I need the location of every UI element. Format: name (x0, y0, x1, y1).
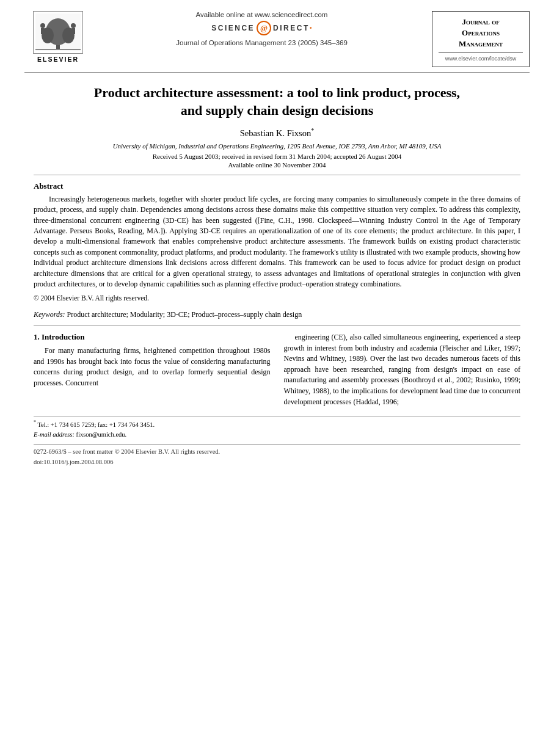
abstract-section: Abstract Increasingly heterogeneous mark… (34, 181, 520, 303)
section-divider-2 (34, 325, 520, 326)
footer-issn: 0272-6963/$ – see front matter © 2004 El… (34, 447, 520, 457)
abstract-heading: Abstract (34, 181, 520, 191)
footnote-email: fixson@umich.edu. (76, 431, 127, 438)
footnote-tel: Tel.: +1 734 615 7259; fax: +1 734 764 3… (37, 421, 155, 428)
footer-text: 0272-6963/$ – see front matter © 2004 El… (0, 447, 554, 468)
column-left: 1. Introduction For many manufacturing f… (34, 332, 271, 410)
sd-dot: · (310, 23, 312, 34)
direct-text: Direct (273, 24, 310, 32)
available-online-article: Available online 30 November 2004 (34, 161, 520, 169)
footer-divider (34, 416, 520, 416)
header-center: Available online at www.sciencedirect.co… (92, 11, 432, 46)
svg-point-5 (40, 23, 45, 28)
science-text: Science (211, 24, 255, 32)
section1-heading: 1. Introduction (34, 332, 271, 342)
available-online-text: Available online at www.sciencedirect.co… (196, 11, 328, 18)
author-sup: * (311, 127, 314, 134)
top-divider (24, 72, 530, 73)
abstract-paragraph: Increasingly heterogeneous markets, toge… (34, 194, 520, 290)
elsevier-tree-box (33, 11, 83, 54)
journal-logo-right: Journal of Operations Management www.els… (432, 11, 530, 67)
received-dates: Received 5 August 2003; received in revi… (34, 153, 520, 160)
section-divider-1 (34, 175, 520, 175)
header: ELSEVIER Available online at www.science… (0, 0, 554, 67)
journal-center-name: Journal of Operations Management 23 (200… (176, 39, 348, 46)
copyright-text: © 2004 Elsevier B.V. All rights reserved… (34, 293, 520, 303)
keywords-label: Keywords: (34, 310, 67, 319)
footnote-email-label: E-mail address: (34, 431, 75, 438)
abstract-text: Increasingly heterogeneous markets, toge… (34, 194, 520, 303)
sd-at-icon: @ (260, 23, 268, 33)
section1-right-paragraph: engineering (CE), also called simultaneo… (284, 332, 521, 407)
footnote-sup: * (34, 420, 36, 425)
svg-point-7 (71, 23, 76, 28)
footer-doi: doi:10.1016/j.jom.2004.08.006 (34, 457, 520, 468)
author-name-text: Sebastian K. Fixson (240, 128, 311, 138)
elsevier-tree-icon (35, 13, 81, 51)
footer-bottom-divider (34, 444, 520, 445)
column-right: engineering (CE), also called simultaneo… (284, 332, 521, 410)
svg-rect-9 (35, 49, 81, 50)
author-name: Sebastian K. Fixson* (34, 127, 520, 139)
sciencedirect-logo: Science @ Direct · (211, 21, 312, 35)
affiliation: University of Michigan, Industrial and O… (34, 142, 520, 150)
main-content: Product architecture assessment: a tool … (0, 84, 554, 410)
footnote: * Tel.: +1 734 615 7259; fax: +1 734 764… (0, 419, 554, 439)
section1-left-paragraph: For many manufacturing firms, heightened… (34, 346, 271, 389)
section1-right-text: engineering (CE), also called simultaneo… (284, 332, 521, 407)
journal-logo-divider (439, 53, 523, 53)
elsevier-label: ELSEVIER (37, 56, 79, 63)
page: ELSEVIER Available online at www.science… (0, 0, 554, 756)
svg-rect-6 (41, 28, 45, 34)
article-title: Product architecture assessment: a tool … (34, 84, 520, 120)
journal-title-right: Journal of Operations Management (439, 16, 523, 50)
journal-url: www.elsevier.com/locate/dsw (439, 56, 523, 62)
svg-rect-8 (71, 28, 75, 34)
two-column-section: 1. Introduction For many manufacturing f… (34, 332, 520, 410)
keywords-section: Keywords: Product architecture; Modulari… (34, 310, 520, 319)
sd-circle: @ (257, 21, 271, 35)
section1-left-text: For many manufacturing firms, heightened… (34, 346, 271, 389)
elsevier-logo: ELSEVIER (24, 11, 92, 63)
keywords-text: Product architecture; Modularity; 3D-CE;… (67, 310, 302, 319)
